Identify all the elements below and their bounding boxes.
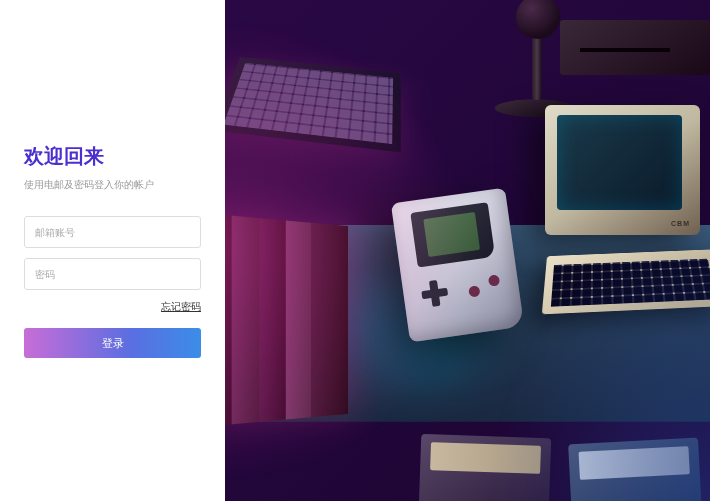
forgot-password-link[interactable]: 忘记密码 bbox=[24, 300, 201, 314]
hero-image: CBM bbox=[225, 0, 710, 501]
monitor-brand-label: CBM bbox=[671, 220, 690, 227]
login-panel: 欢迎回来 使用电邮及密码登入你的帐户 忘记密码 登录 bbox=[0, 0, 225, 501]
login-button[interactable]: 登录 bbox=[24, 328, 201, 358]
page-title: 欢迎回来 bbox=[24, 143, 201, 170]
email-field[interactable] bbox=[24, 216, 201, 248]
password-field[interactable] bbox=[24, 258, 201, 290]
page-subtitle: 使用电邮及密码登入你的帐户 bbox=[24, 178, 201, 192]
